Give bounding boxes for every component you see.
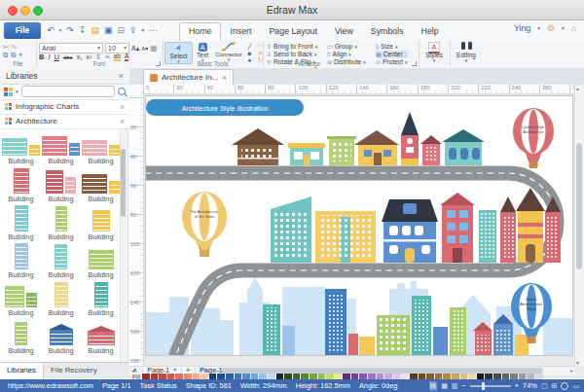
undo-icon[interactable]: ↶ (47, 23, 55, 37)
library-shape[interactable]: Building (41, 242, 81, 280)
library-shape[interactable]: Building (1, 128, 41, 166)
library-shape[interactable]: Building (81, 242, 121, 280)
fit-page-icon[interactable]: ▢ (541, 381, 548, 391)
print-icon[interactable]: ⊟ (117, 23, 125, 37)
tab-help[interactable]: Help (413, 22, 448, 41)
house-yellow[interactable] (354, 130, 399, 165)
sidebar-tab-libraries[interactable]: Libraries (0, 363, 44, 378)
library-shape[interactable]: Building (81, 128, 121, 166)
rectangle-shape-icon[interactable]: ■ (244, 50, 255, 56)
status-task[interactable]: Task Status (140, 381, 177, 390)
library-section-infographic-charts[interactable]: Infographic Charts × (0, 99, 129, 115)
libraries-close-icon[interactable]: × (119, 68, 124, 84)
library-shape[interactable]: Building (1, 166, 41, 204)
library-shape[interactable]: Building (41, 166, 81, 204)
save-icon[interactable]: ▣ (104, 23, 113, 37)
open-file-icon[interactable]: ▤ (91, 23, 99, 37)
library-shape[interactable]: Building (41, 280, 81, 318)
building-red-house[interactable] (440, 193, 475, 263)
redo-icon[interactable]: ↷ (66, 23, 74, 37)
house-teal-arched[interactable] (442, 129, 485, 165)
text-tool-button[interactable]: A Text ▾ (193, 42, 212, 62)
library-shape[interactable]: Building (81, 166, 121, 204)
connector-tool-button[interactable]: Connector ▾ (213, 42, 244, 61)
hot-air-balloon-yellow[interactable]: The Architecture of the Town (182, 192, 227, 257)
library-shape[interactable]: Building (41, 128, 81, 166)
sidebar-tab-file-recovery[interactable]: File Recovery (44, 363, 104, 378)
zoom-slider[interactable] (470, 385, 511, 387)
undo-caret-icon[interactable]: ▾ (59, 23, 62, 37)
hot-air-balloon-red[interactable]: Country Style Architecture (513, 108, 554, 168)
superscript-icon[interactable]: x² (86, 53, 91, 60)
tab-view[interactable]: View (326, 22, 362, 41)
zoom-magnifier-icon[interactable] (561, 382, 568, 390)
house-church-tower[interactable] (401, 112, 419, 165)
gear-icon[interactable]: ⚙ (547, 23, 555, 33)
library-picker-caret-icon[interactable]: ▾ (16, 89, 18, 94)
library-shape[interactable]: Building (41, 318, 81, 356)
library-shape[interactable]: Building (81, 280, 121, 318)
bring-to-front-button[interactable]: ↥Bring to Front ▾ (267, 43, 317, 51)
paste-caret-icon[interactable]: ▾ (19, 51, 22, 59)
home-icon[interactable]: ⌂ (571, 23, 576, 33)
editing-button[interactable]: Editing ▾ (453, 42, 480, 62)
font-dialog-launcher-icon[interactable] (156, 61, 161, 66)
vertical-scrollbar-thumb[interactable] (576, 143, 582, 269)
house-brown-cabin[interactable] (232, 128, 284, 165)
shrink-font-icon[interactable]: A▾ (141, 45, 148, 52)
subscript-icon[interactable]: x₂ (77, 53, 83, 60)
library-shape[interactable]: Building (81, 204, 121, 242)
library-search-input[interactable] (21, 86, 115, 97)
group-button[interactable]: ▭Group ▾ (327, 43, 366, 51)
import-icon[interactable]: ↧ (79, 23, 87, 37)
export-caret-icon[interactable]: ▾ (142, 23, 145, 37)
library-shape[interactable]: Building (81, 318, 121, 356)
scroll-up-icon[interactable]: ▴ (576, 85, 579, 91)
document-tab-close-icon[interactable]: × (222, 73, 227, 82)
library-shape[interactable]: Building (1, 242, 41, 280)
status-url[interactable]: https://www.edrawsoft.com (8, 381, 93, 390)
title-banner[interactable]: Architecture Style Illustration (146, 99, 304, 116)
drawing-page[interactable]: Architecture Style Illustration (145, 95, 573, 356)
tab-page-layout[interactable]: Page Layout (260, 22, 325, 41)
building-yellow-complex[interactable] (315, 211, 376, 263)
view-full-icon[interactable]: ▥ (452, 381, 458, 391)
pan-icon[interactable]: ⊞ (552, 381, 558, 391)
borders-icon[interactable]: ▦ (150, 44, 157, 53)
house-red-narrow[interactable] (420, 135, 442, 165)
arrange-dialog-launcher-icon[interactable] (412, 61, 417, 66)
scroll-down-icon[interactable]: ▾ (576, 359, 579, 366)
vertical-scrollbar[interactable]: ▴ ▾ (574, 85, 584, 366)
size-button[interactable]: ∥Size ▾ (376, 43, 408, 51)
house-teal-shop[interactable] (288, 143, 325, 165)
page-selector-caret-icon[interactable]: ▾ (173, 367, 176, 373)
building-teal-narrow[interactable] (479, 210, 496, 263)
file-menu-button[interactable]: File (4, 22, 41, 39)
account-name[interactable]: Ying (514, 23, 530, 33)
library-picker-icon[interactable] (4, 88, 13, 96)
building-mansard-house[interactable] (382, 199, 438, 263)
customize-qat-icon[interactable]: ⋯ (149, 23, 158, 37)
building-teal-flatiron[interactable] (271, 196, 311, 263)
zoom-slider-thumb[interactable] (482, 382, 486, 390)
view-outline-icon[interactable]: ▦ (441, 381, 448, 391)
styles-button[interactable]: A Styles ▾ (421, 42, 447, 62)
protect-button[interactable]: ⊙Protect ▾ (376, 58, 408, 66)
copy-icon[interactable]: ⧉ (3, 51, 8, 59)
view-normal-icon[interactable]: ▤ (429, 381, 438, 391)
document-tab[interactable]: Architecture In... × (143, 69, 234, 85)
center-button[interactable]: ▦Center (376, 51, 408, 58)
zoom-in-button[interactable]: + (515, 381, 519, 390)
line-shape-icon[interactable]: ╱ (244, 43, 255, 50)
library-scrollbar[interactable] (120, 128, 128, 364)
tab-symbols[interactable]: Symbols (362, 22, 413, 41)
zoom-out-button[interactable]: − (461, 381, 465, 390)
section-close-icon[interactable]: × (120, 117, 125, 126)
house-green[interactable] (327, 136, 356, 165)
account-caret-icon[interactable]: ▾ (537, 25, 540, 31)
send-to-back-button[interactable]: ↧Send to Back ▾ (267, 51, 317, 58)
section-close-icon[interactable]: × (120, 102, 125, 112)
library-scrollbar-thumb[interactable] (121, 149, 126, 217)
tab-insert[interactable]: Insert (221, 22, 260, 41)
strikethrough-icon[interactable]: abc (63, 54, 73, 60)
